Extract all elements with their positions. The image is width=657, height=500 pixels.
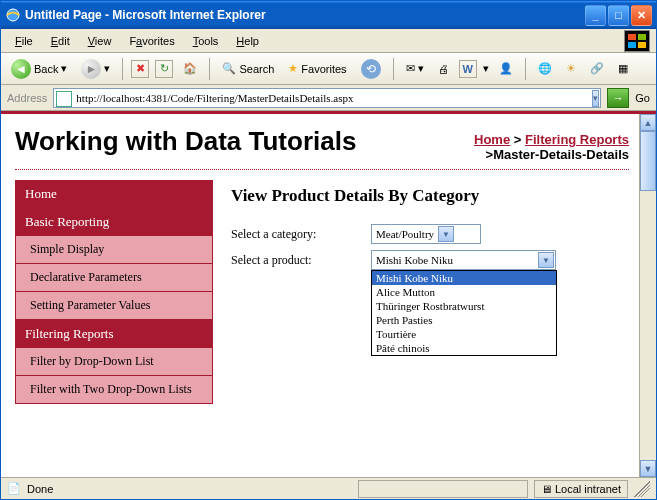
category-label: Select a category: [231, 227, 371, 242]
divider [15, 169, 629, 170]
forward-icon: ► [81, 59, 101, 79]
star-icon: ★ [288, 62, 298, 75]
breadcrumb: Home > Filtering Reports >Master-Details… [474, 132, 629, 162]
globe-icon: 🌐 [538, 62, 552, 75]
go-button[interactable]: → [607, 88, 629, 108]
sidebar-item-declarative-parameters[interactable]: Declarative Parameters [15, 264, 213, 292]
menu-file[interactable]: File [7, 33, 41, 49]
product-selected-value: Mishi Kobe Niku [376, 254, 534, 266]
ext-icon-1[interactable]: 🌐 [534, 60, 556, 77]
sidebar-item-basic-reporting[interactable]: Basic Reporting [15, 208, 213, 236]
back-label: Back [34, 63, 58, 75]
sidebar-item-filter-dropdown[interactable]: Filter by Drop-Down List [15, 348, 213, 376]
vertical-scrollbar[interactable]: ▲ ▼ [639, 114, 656, 477]
product-dropdown-list: Mishi Kobe Niku Alice Mutton Thüringer R… [371, 270, 557, 356]
browser-window: Untitled Page - Microsoft Internet Explo… [0, 0, 657, 500]
dropdown-option[interactable]: Tourtière [372, 327, 556, 341]
print-button[interactable]: 🖨 [434, 61, 453, 77]
stop-button[interactable]: ✖ [131, 60, 149, 78]
category-selected-value: Meat/Poultry [376, 228, 434, 240]
page-title: Working with Data Tutorials [15, 126, 356, 157]
sidebar-item-home[interactable]: Home [15, 180, 213, 208]
svg-rect-2 [638, 34, 646, 40]
minimize-button[interactable]: _ [585, 5, 606, 26]
grid-icon: ▦ [618, 62, 628, 75]
svg-rect-1 [628, 34, 636, 40]
main-content: View Product Details By Category Select … [231, 180, 629, 404]
search-button[interactable]: 🔍Search [218, 60, 278, 77]
forward-button[interactable]: ►▾ [77, 57, 114, 81]
window-title: Untitled Page - Microsoft Internet Explo… [25, 8, 585, 22]
content-area: Working with Data Tutorials Home > Filte… [1, 111, 656, 477]
menu-edit[interactable]: Edit [43, 33, 78, 49]
ext-icon-2[interactable]: ☀ [562, 60, 580, 77]
chevron-down-icon: ▾ [104, 62, 110, 75]
mail-icon: ✉ [406, 62, 415, 75]
back-button[interactable]: ◄Back ▾ [7, 57, 71, 81]
maximize-button[interactable]: □ [608, 5, 629, 26]
back-icon: ◄ [11, 59, 31, 79]
sidebar: Home Basic Reporting Simple Display Decl… [15, 180, 213, 404]
svg-rect-3 [628, 42, 636, 48]
sidebar-item-simple-display[interactable]: Simple Display [15, 236, 213, 264]
favorites-label: Favorites [301, 63, 346, 75]
go-label: Go [635, 92, 650, 104]
status-bar: 📄 Done 🖥 Local intranet [1, 477, 656, 499]
chevron-down-icon: ▾ [61, 62, 67, 75]
address-dropdown-button[interactable]: ▾ [592, 90, 599, 107]
menu-tools[interactable]: Tools [185, 33, 227, 49]
dropdown-option[interactable]: Mishi Kobe Niku [372, 271, 556, 285]
address-label: Address [7, 92, 47, 104]
refresh-button[interactable]: ↻ [155, 60, 173, 78]
history-icon: ⟲ [361, 59, 381, 79]
breadcrumb-section[interactable]: Filtering Reports [525, 132, 629, 147]
menu-view[interactable]: View [80, 33, 120, 49]
svg-point-0 [7, 9, 19, 21]
chevron-down-icon: ▼ [438, 226, 454, 242]
page-icon: 📄 [7, 482, 21, 495]
edit-button[interactable]: W [459, 60, 477, 78]
svg-rect-4 [638, 42, 646, 48]
product-select[interactable]: Mishi Kobe Niku ▼ Mishi Kobe Niku Alice … [371, 250, 556, 270]
address-bar: Address ▾ → Go [1, 85, 656, 111]
chevron-down-icon: ▼ [538, 252, 554, 268]
status-text: Done [27, 483, 53, 495]
toolbar: ◄Back ▾ ►▾ ✖ ↻ 🏠 🔍Search ★Favorites ⟲ ✉▾… [1, 53, 656, 85]
zone-icon: 🖥 [541, 483, 552, 495]
dropdown-option[interactable]: Alice Mutton [372, 285, 556, 299]
sidebar-item-setting-parameter-values[interactable]: Setting Parameter Values [15, 292, 213, 320]
history-button[interactable]: ⟲ [357, 57, 385, 81]
messenger-button[interactable]: 👤 [495, 60, 517, 77]
close-button[interactable]: ✕ [631, 5, 652, 26]
dropdown-option[interactable]: Pâté chinois [372, 341, 556, 355]
scroll-up-button[interactable]: ▲ [640, 114, 656, 131]
search-label: Search [239, 63, 274, 75]
scroll-thumb[interactable] [640, 131, 656, 191]
favorites-button[interactable]: ★Favorites [284, 60, 350, 77]
address-input[interactable] [53, 88, 601, 108]
sidebar-item-filtering-reports[interactable]: Filtering Reports [15, 320, 213, 348]
resize-grip[interactable] [634, 481, 650, 497]
sidebar-item-filter-two-dropdown[interactable]: Filter with Two Drop-Down Lists [15, 376, 213, 404]
link-icon: 🔗 [590, 62, 604, 75]
ext-icon-4[interactable]: ▦ [614, 60, 632, 77]
category-select[interactable]: Meat/Poultry ▼ [371, 224, 481, 244]
scroll-down-button[interactable]: ▼ [640, 460, 656, 477]
security-zone: Local intranet [555, 483, 621, 495]
ext-icon-3[interactable]: 🔗 [586, 60, 608, 77]
ie-icon [5, 7, 21, 23]
mail-button[interactable]: ✉▾ [402, 60, 428, 77]
dropdown-option[interactable]: Perth Pasties [372, 313, 556, 327]
menubar: File Edit View Favorites Tools Help [1, 29, 656, 53]
dropdown-option[interactable]: Thüringer Rostbratwurst [372, 299, 556, 313]
sun-icon: ☀ [566, 62, 576, 75]
home-icon: 🏠 [183, 62, 197, 75]
menu-help[interactable]: Help [228, 33, 267, 49]
windows-flag-icon [624, 30, 650, 52]
search-icon: 🔍 [222, 62, 236, 75]
home-button[interactable]: 🏠 [179, 60, 201, 77]
content-heading: View Product Details By Category [231, 186, 629, 206]
breadcrumb-home[interactable]: Home [474, 132, 510, 147]
print-icon: 🖨 [438, 63, 449, 75]
menu-favorites[interactable]: Favorites [121, 33, 182, 49]
